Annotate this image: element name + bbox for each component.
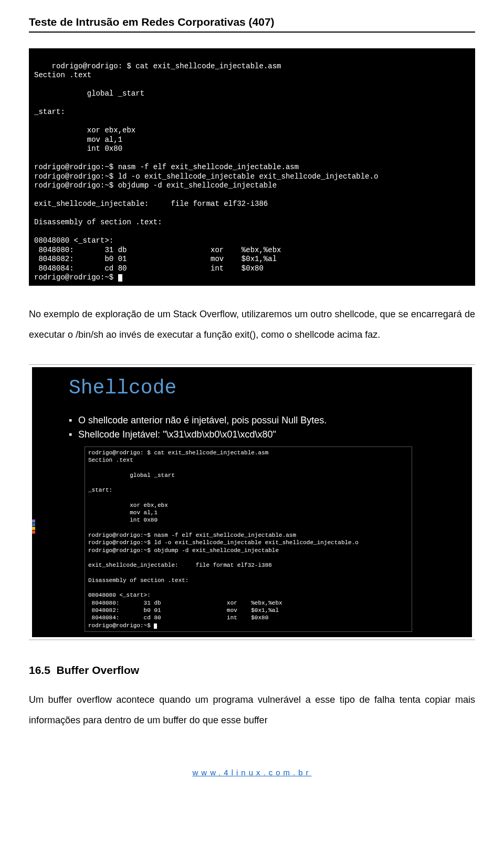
- terminal-line: Section .text: [34, 71, 91, 79]
- terminal-line: 8048084: cd 80 int $0x80: [34, 264, 264, 273]
- terminal-line: Disassembly of section .text:: [34, 218, 162, 226]
- terminal-line: mov al,1: [88, 510, 158, 516]
- accent-block: [32, 523, 35, 526]
- body-paragraph-1: No exemplo de exploração de um Stack Ove…: [29, 304, 475, 346]
- section-number: 16.5: [29, 664, 50, 676]
- terminal-line: rodrigo@rodrigo:~$ nasm -f elf exit_shel…: [88, 532, 296, 538]
- accent-block: [32, 527, 35, 530]
- terminal-line: 8048080: 31 db xor %ebx,%ebx: [88, 600, 282, 606]
- terminal-line: rodrigo@rodrigo:~$ ld -o exit_shellcode_…: [34, 172, 378, 181]
- slide: Shellcode ▪ O shellcode anterior não é i…: [32, 367, 472, 637]
- terminal-line: rodrigo@rodrigo: $ cat exit_shellcode_in…: [88, 450, 268, 456]
- slide-container: Shellcode ▪ O shellcode anterior não é i…: [29, 364, 475, 640]
- slide-mini-terminal: rodrigo@rodrigo: $ cat exit_shellcode_in…: [85, 446, 412, 632]
- header-rule: [29, 32, 475, 33]
- slide-bullet-text: O shellcode anterior não é injetável, po…: [78, 415, 327, 426]
- terminal-line: int 0x80: [88, 517, 158, 523]
- terminal-line: 8048082: b0 01 mov $0x1,%al: [88, 607, 279, 614]
- section-heading: 16.5 Buffer Overflow: [29, 664, 475, 677]
- terminal-line: Section .text: [88, 457, 133, 463]
- cursor-icon: [118, 274, 122, 282]
- slide-accent-stripe: [32, 519, 35, 534]
- accent-block: [32, 531, 35, 534]
- terminal-line: _start:: [88, 487, 112, 493]
- terminal-line: rodrigo@rodrigo:~$ objdump -d exit_shell…: [88, 547, 279, 554]
- terminal-line: rodrigo@rodrigo:~$ objdump -d exit_shell…: [34, 181, 277, 190]
- terminal-line: rodrigo@rodrigo: $ cat exit_shellcode_in…: [52, 62, 281, 70]
- terminal-line: mov al,1: [34, 136, 122, 144]
- terminal-line: 08048080 <_start>:: [88, 592, 151, 598]
- terminal-line: xor ebx,ebx: [34, 126, 135, 134]
- section-title: Buffer Overflow: [57, 664, 140, 676]
- terminal-output-1: rodrigo@rodrigo: $ cat exit_shellcode_in…: [29, 48, 475, 286]
- terminal-line: rodrigo@rodrigo:~$ nasm -f elf exit_shel…: [34, 163, 299, 171]
- body-paragraph-2: Um buffer overflow acontece quando um pr…: [29, 690, 475, 731]
- bullet-icon: ▪: [69, 429, 78, 440]
- terminal-line: exit_shellcode_injectable: file format e…: [88, 562, 272, 568]
- slide-bullets: ▪ O shellcode anterior não é injetável, …: [53, 415, 451, 440]
- terminal-line: global _start: [34, 89, 144, 98]
- accent-block: [32, 519, 35, 523]
- terminal-line: 08048080 <_start>:: [34, 236, 113, 245]
- terminal-line: exit_shellcode_injectable: file format e…: [34, 200, 268, 208]
- terminal-line: 8048080: 31 db xor %ebx,%ebx: [34, 246, 281, 254]
- footer-link[interactable]: www.4linux.com.br: [29, 768, 475, 777]
- slide-title: Shellcode: [53, 377, 451, 399]
- terminal-line: 8048084: cd 80 int $0x80: [88, 615, 268, 621]
- cursor-icon: [154, 623, 157, 629]
- page-header-title: Teste de Intrusão em Redes Corporativas …: [29, 16, 475, 28]
- terminal-prompt-end: rodrigo@rodrigo:~$: [88, 622, 154, 629]
- terminal-line: int 0x80: [34, 144, 122, 153]
- terminal-line: xor ebx,ebx: [88, 502, 168, 508]
- terminal-line: 8048082: b0 01 mov $0x1,%al: [34, 255, 277, 263]
- terminal-prompt-end: rodrigo@rodrigo:~$: [34, 273, 118, 282]
- terminal-line: global _start: [88, 472, 175, 479]
- terminal-line: Disassembly of section .text:: [88, 577, 188, 584]
- terminal-line: _start:: [34, 108, 65, 116]
- slide-bullet-text: Shellcode Injetável: "\x31\xdb\xb0\x01\x…: [78, 429, 276, 440]
- bullet-icon: ▪: [69, 415, 78, 426]
- terminal-line: rodrigo@rodrigo:~$ ld -o exit_shellcode_…: [88, 539, 359, 546]
